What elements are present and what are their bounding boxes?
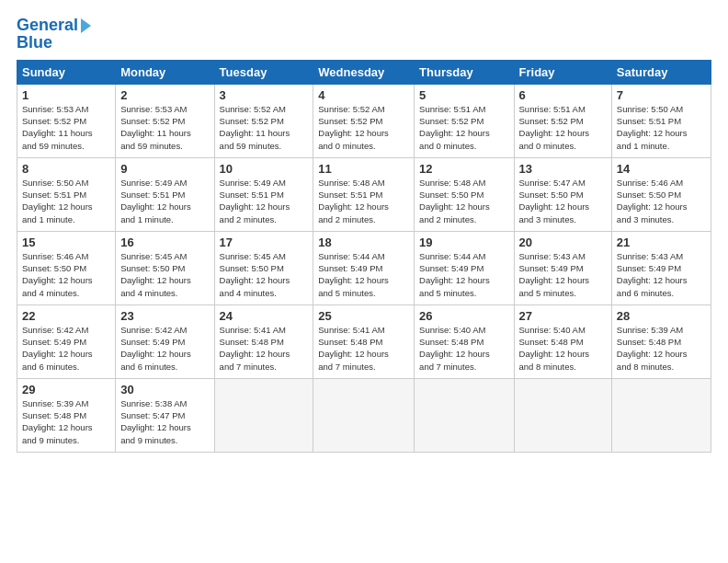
day-info: Sunrise: 5:49 AMSunset: 5:51 PMDaylight:… xyxy=(120,177,209,225)
table-row: 15Sunrise: 5:46 AMSunset: 5:50 PMDayligh… xyxy=(17,231,116,304)
day-number: 1 xyxy=(22,88,110,102)
day-number: 22 xyxy=(22,309,110,323)
day-info: Sunrise: 5:40 AMSunset: 5:48 PMDaylight:… xyxy=(419,324,508,373)
table-row xyxy=(214,378,313,452)
table-row: 11Sunrise: 5:48 AMSunset: 5:51 PMDayligh… xyxy=(313,157,415,231)
table-row xyxy=(313,378,415,452)
col-thursday: Thursday xyxy=(415,60,514,84)
day-number: 11 xyxy=(318,162,409,176)
day-number: 14 xyxy=(617,162,706,176)
table-row: 13Sunrise: 5:47 AMSunset: 5:50 PMDayligh… xyxy=(514,157,611,231)
table-row: 5Sunrise: 5:51 AMSunset: 5:52 PMDaylight… xyxy=(415,84,514,157)
table-row: 4Sunrise: 5:52 AMSunset: 5:52 PMDaylight… xyxy=(313,84,415,157)
table-row: 26Sunrise: 5:40 AMSunset: 5:48 PMDayligh… xyxy=(415,304,514,378)
day-info: Sunrise: 5:40 AMSunset: 5:48 PMDaylight:… xyxy=(519,324,607,373)
table-row: 28Sunrise: 5:39 AMSunset: 5:48 PMDayligh… xyxy=(611,304,711,378)
day-number: 9 xyxy=(120,162,209,176)
table-row: 2Sunrise: 5:53 AMSunset: 5:52 PMDaylight… xyxy=(116,84,214,157)
table-row: 20Sunrise: 5:43 AMSunset: 5:49 PMDayligh… xyxy=(514,231,611,304)
table-row: 10Sunrise: 5:49 AMSunset: 5:51 PMDayligh… xyxy=(214,157,313,231)
day-number: 29 xyxy=(22,383,110,396)
day-number: 19 xyxy=(419,236,508,249)
day-number: 23 xyxy=(120,309,209,323)
day-number: 2 xyxy=(120,88,209,102)
day-number: 13 xyxy=(519,162,607,176)
table-row: 21Sunrise: 5:43 AMSunset: 5:49 PMDayligh… xyxy=(611,231,711,304)
day-info: Sunrise: 5:46 AMSunset: 5:50 PMDaylight:… xyxy=(22,250,110,299)
day-number: 4 xyxy=(318,88,409,102)
table-row xyxy=(514,378,611,452)
table-row: 25Sunrise: 5:41 AMSunset: 5:48 PMDayligh… xyxy=(313,304,415,378)
day-number: 15 xyxy=(22,236,110,249)
header: General Blue xyxy=(17,17,711,52)
col-tuesday: Tuesday xyxy=(214,60,313,84)
day-number: 24 xyxy=(220,309,309,323)
logo-blue: Blue xyxy=(17,33,91,52)
day-number: 8 xyxy=(22,162,110,176)
table-row: 22Sunrise: 5:42 AMSunset: 5:49 PMDayligh… xyxy=(17,304,116,378)
day-number: 25 xyxy=(318,309,409,323)
table-row: 18Sunrise: 5:44 AMSunset: 5:49 PMDayligh… xyxy=(313,231,415,304)
day-info: Sunrise: 5:39 AMSunset: 5:48 PMDaylight:… xyxy=(617,324,706,373)
day-info: Sunrise: 5:53 AMSunset: 5:52 PMDaylight:… xyxy=(22,103,110,152)
table-row: 23Sunrise: 5:42 AMSunset: 5:49 PMDayligh… xyxy=(116,304,214,378)
table-row: 16Sunrise: 5:45 AMSunset: 5:50 PMDayligh… xyxy=(116,231,214,304)
day-info: Sunrise: 5:48 AMSunset: 5:51 PMDaylight:… xyxy=(318,177,409,225)
table-row: 12Sunrise: 5:48 AMSunset: 5:50 PMDayligh… xyxy=(415,157,514,231)
day-number: 21 xyxy=(617,236,706,249)
table-row: 29Sunrise: 5:39 AMSunset: 5:48 PMDayligh… xyxy=(17,378,116,452)
logo-text: General Blue xyxy=(17,17,91,52)
day-number: 28 xyxy=(617,309,706,323)
day-info: Sunrise: 5:41 AMSunset: 5:48 PMDaylight:… xyxy=(220,324,309,373)
day-info: Sunrise: 5:42 AMSunset: 5:49 PMDaylight:… xyxy=(22,324,110,373)
table-row: 14Sunrise: 5:46 AMSunset: 5:50 PMDayligh… xyxy=(611,157,711,231)
table-row xyxy=(415,378,514,452)
day-info: Sunrise: 5:39 AMSunset: 5:48 PMDaylight:… xyxy=(22,397,110,446)
table-row: 1Sunrise: 5:53 AMSunset: 5:52 PMDaylight… xyxy=(17,84,116,157)
day-info: Sunrise: 5:43 AMSunset: 5:49 PMDaylight:… xyxy=(617,250,706,299)
logo: General Blue xyxy=(17,17,91,52)
day-number: 27 xyxy=(519,309,607,323)
page: General Blue Sunday Monday Tuesday Wedne… xyxy=(0,0,728,563)
calendar: Sunday Monday Tuesday Wednesday Thursday… xyxy=(17,60,711,453)
table-row: 6Sunrise: 5:51 AMSunset: 5:52 PMDaylight… xyxy=(514,84,611,157)
table-row xyxy=(611,378,711,452)
col-wednesday: Wednesday xyxy=(313,60,415,84)
day-info: Sunrise: 5:50 AMSunset: 5:51 PMDaylight:… xyxy=(617,103,706,152)
day-number: 5 xyxy=(419,88,508,102)
table-row: 7Sunrise: 5:50 AMSunset: 5:51 PMDaylight… xyxy=(611,84,711,157)
day-info: Sunrise: 5:45 AMSunset: 5:50 PMDaylight:… xyxy=(120,250,209,299)
day-number: 18 xyxy=(318,236,409,249)
day-info: Sunrise: 5:47 AMSunset: 5:50 PMDaylight:… xyxy=(519,177,607,225)
day-number: 6 xyxy=(519,88,607,102)
day-info: Sunrise: 5:46 AMSunset: 5:50 PMDaylight:… xyxy=(617,177,706,225)
day-number: 17 xyxy=(220,236,309,249)
day-number: 26 xyxy=(419,309,508,323)
day-number: 7 xyxy=(617,88,706,102)
table-row: 19Sunrise: 5:44 AMSunset: 5:49 PMDayligh… xyxy=(415,231,514,304)
calendar-header-row: Sunday Monday Tuesday Wednesday Thursday… xyxy=(17,60,711,84)
day-info: Sunrise: 5:45 AMSunset: 5:50 PMDaylight:… xyxy=(220,250,309,299)
day-info: Sunrise: 5:44 AMSunset: 5:49 PMDaylight:… xyxy=(318,250,409,299)
day-info: Sunrise: 5:52 AMSunset: 5:52 PMDaylight:… xyxy=(318,103,409,152)
day-info: Sunrise: 5:49 AMSunset: 5:51 PMDaylight:… xyxy=(220,177,309,225)
day-number: 3 xyxy=(220,88,309,102)
day-info: Sunrise: 5:44 AMSunset: 5:49 PMDaylight:… xyxy=(419,250,508,299)
table-row: 24Sunrise: 5:41 AMSunset: 5:48 PMDayligh… xyxy=(214,304,313,378)
day-number: 20 xyxy=(519,236,607,249)
day-info: Sunrise: 5:41 AMSunset: 5:48 PMDaylight:… xyxy=(318,324,409,373)
col-saturday: Saturday xyxy=(611,60,711,84)
day-info: Sunrise: 5:52 AMSunset: 5:52 PMDaylight:… xyxy=(220,103,309,152)
table-row: 30Sunrise: 5:38 AMSunset: 5:47 PMDayligh… xyxy=(116,378,214,452)
table-row: 17Sunrise: 5:45 AMSunset: 5:50 PMDayligh… xyxy=(214,231,313,304)
day-number: 10 xyxy=(220,162,309,176)
col-sunday: Sunday xyxy=(17,60,116,84)
day-info: Sunrise: 5:51 AMSunset: 5:52 PMDaylight:… xyxy=(419,103,508,152)
day-number: 12 xyxy=(419,162,508,176)
table-row: 3Sunrise: 5:52 AMSunset: 5:52 PMDaylight… xyxy=(214,84,313,157)
day-info: Sunrise: 5:48 AMSunset: 5:50 PMDaylight:… xyxy=(419,177,508,225)
col-friday: Friday xyxy=(514,60,611,84)
table-row: 27Sunrise: 5:40 AMSunset: 5:48 PMDayligh… xyxy=(514,304,611,378)
day-number: 30 xyxy=(120,383,209,396)
day-info: Sunrise: 5:53 AMSunset: 5:52 PMDaylight:… xyxy=(120,103,209,152)
